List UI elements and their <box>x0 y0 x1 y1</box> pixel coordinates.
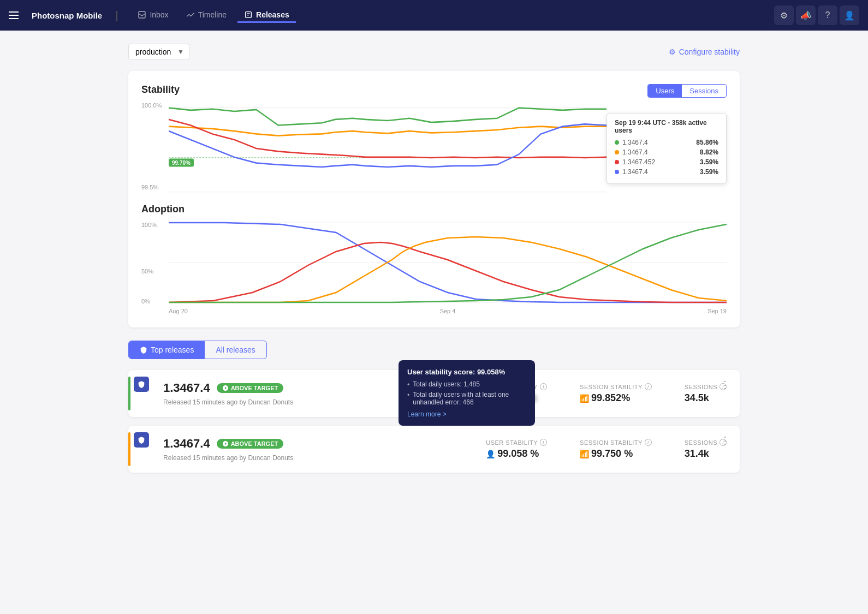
popup-learn-more-link[interactable]: Learn more > <box>407 410 526 418</box>
tooltip-label-0: 1.3467.4 <box>622 139 693 146</box>
stability-chart-tooltip: Sep 19 9:44 UTC - 358k active users 1.34… <box>607 113 727 184</box>
release-version-0: 1.3467.4 <box>163 381 210 395</box>
stability-section: Stability Users Sessions 100.0% 99.5% 99… <box>141 84 727 195</box>
profile-button[interactable]: 👤 <box>840 5 859 25</box>
nav-item-inbox[interactable]: Inbox <box>131 8 175 23</box>
y-label-0-adopt: 0% <box>141 298 150 305</box>
user-stability-1: USER STABILITY i 👤 99.058 % <box>486 439 547 460</box>
x-label-sep4: Sep 4 <box>440 308 456 314</box>
tooltip-header: Sep 19 9:44 UTC - 358k active users <box>615 119 718 134</box>
tooltip-row-1: 1.3467.4 8.82% <box>615 148 718 156</box>
session-stability-1: SESSION STABILITY i 📶 99.750 % <box>580 439 652 460</box>
adoption-section: Adoption 100% 50% 0% <box>141 204 727 314</box>
tooltip-label-1: 1.3467.4 <box>622 148 697 156</box>
user-stability-value-1: 👤 99.058 % <box>486 448 547 460</box>
toggle-sessions-button[interactable]: Sessions <box>682 85 726 97</box>
user-stability-label-1: USER STABILITY i <box>486 439 547 446</box>
main-content: production staging ▼ ⚙ Configure stabili… <box>106 31 762 494</box>
x-label-aug20: Aug 20 <box>169 308 188 314</box>
hamburger-menu[interactable] <box>9 11 19 19</box>
left-accent-0 <box>128 377 130 410</box>
tooltip-row-2: 1.3467.452 3.59% <box>615 158 718 166</box>
more-menu-1[interactable]: ⋮ <box>720 434 731 446</box>
tooltip-val-0: 85.86% <box>696 139 718 146</box>
toggle-users-button[interactable]: Users <box>648 85 682 97</box>
tooltip-dot-green <box>615 140 619 145</box>
stability-chart-area: 100.0% 99.5% 99.70% <box>141 102 727 195</box>
target-icon-0 <box>222 385 229 391</box>
user-stability-number-1: 99.058 % <box>497 448 539 460</box>
tooltip-dot-red <box>615 160 619 164</box>
release-info-1: 1.3467.4 ABOVE TARGET Released 15 minute… <box>163 437 338 462</box>
left-accent-1 <box>128 432 130 466</box>
tooltip-dot-blue <box>615 170 619 174</box>
navigation: Photosnap Mobile | Inbox Timeline Releas… <box>0 0 868 31</box>
session-stability-info-icon-1[interactable]: i <box>645 439 652 446</box>
nav-right: ⚙ 📣 ? 👤 <box>774 5 859 25</box>
release-info-0: 1.3467.4 ABOVE TARGET Released 15 minute… <box>163 381 338 406</box>
all-releases-tab[interactable]: All releases <box>205 341 266 359</box>
release-card-1-body: 1.3467.4 ABOVE TARGET Released 15 minute… <box>144 437 727 462</box>
toolbar: production staging ▼ ⚙ Configure stabili… <box>128 44 740 60</box>
release-tabs: Top releases All releases <box>128 341 267 359</box>
top-releases-tab[interactable]: Top releases <box>129 341 205 359</box>
above-target-badge-1: ABOVE TARGET <box>217 439 284 449</box>
session-stability-0: SESSION STABILITY i 📶 99.852% <box>580 383 652 404</box>
tooltip-label-3: 1.3467.4 <box>622 168 697 176</box>
configure-stability-link[interactable]: ⚙ Configure stability <box>669 47 740 56</box>
release-card-1: 1.3467.4 ABOVE TARGET Released 15 minute… <box>128 426 740 473</box>
session-icon-0: 📶 <box>580 394 589 403</box>
adoption-chart-area: 100% 50% 0% Aug <box>141 222 727 314</box>
release-meta-1: Released 15 minutes ago by Duncan Donuts <box>163 454 338 462</box>
y-label-995: 99.5% <box>141 184 158 190</box>
environment-select-wrap: production staging ▼ <box>128 44 189 60</box>
stability-tooltip-popup: User stability score: 99.058% • Total da… <box>399 360 535 426</box>
shield-icon-tab <box>140 346 147 354</box>
tooltip-val-3: 3.59% <box>700 168 718 176</box>
release-shield-icon-1 <box>134 432 149 448</box>
releases-icon <box>244 10 253 19</box>
stability-title: Stability <box>141 84 727 96</box>
release-version-1: 1.3467.4 <box>163 437 210 451</box>
shield-icon-1 <box>138 436 145 444</box>
tooltip-dot-orange <box>615 150 619 154</box>
y-label-100-adopt: 100% <box>141 222 157 228</box>
gear-icon: ⚙ <box>669 47 676 56</box>
tooltip-val-2: 3.59% <box>700 158 718 166</box>
nav-item-releases[interactable]: Releases <box>237 8 296 23</box>
environment-select[interactable]: production staging <box>128 44 189 60</box>
chart-card: Stability Users Sessions 100.0% 99.5% 99… <box>128 71 740 327</box>
user-stability-info-icon-0[interactable]: i <box>540 383 547 390</box>
y-label-100: 100.0% <box>141 102 162 109</box>
adoption-chart-svg <box>169 222 727 303</box>
release-stats-1: USER STABILITY i 👤 99.058 % SESSION STAB… <box>486 439 727 460</box>
release-version-row-0: 1.3467.4 ABOVE TARGET <box>163 381 338 395</box>
help-button[interactable]: ? <box>818 5 837 25</box>
app-brand: Photosnap Mobile <box>32 11 102 20</box>
tooltip-val-1: 8.82% <box>700 148 718 156</box>
nav-divider: | <box>115 9 118 22</box>
session-stability-value-1: 📶 99.750 % <box>580 448 652 460</box>
tooltip-row-3: 1.3467.4 3.59% <box>615 168 718 176</box>
more-menu-0[interactable]: ⋮ <box>720 379 731 391</box>
notifications-button[interactable]: 📣 <box>796 5 816 25</box>
shield-icon-0 <box>138 380 145 388</box>
adoption-title: Adoption <box>141 204 727 215</box>
release-version-row-1: 1.3467.4 ABOVE TARGET <box>163 437 338 451</box>
x-axis-labels: Aug 20 Sep 4 Sep 19 <box>169 308 727 314</box>
x-label-sep19: Sep 19 <box>708 308 727 314</box>
session-stability-label-0: SESSION STABILITY i <box>580 383 652 390</box>
tooltip-label-2: 1.3467.452 <box>622 158 697 166</box>
settings-button[interactable]: ⚙ <box>774 5 794 25</box>
above-target-badge-0: ABOVE TARGET <box>217 383 284 393</box>
popup-item-0: • Total daily users: 1,485 <box>407 380 526 389</box>
inbox-icon <box>138 10 146 19</box>
popup-item-1: • Total daily users with at least one un… <box>407 391 526 406</box>
nav-item-timeline[interactable]: Timeline <box>180 8 233 23</box>
session-stability-number-1: 99.750 % <box>591 448 633 460</box>
bullet-icon-1: • <box>407 391 409 399</box>
chart-toggle: Users Sessions <box>647 84 727 98</box>
session-stability-info-icon-0[interactable]: i <box>645 383 652 390</box>
session-stability-value-0: 📶 99.852% <box>580 392 652 404</box>
user-stability-info-icon-1[interactable]: i <box>540 439 547 446</box>
